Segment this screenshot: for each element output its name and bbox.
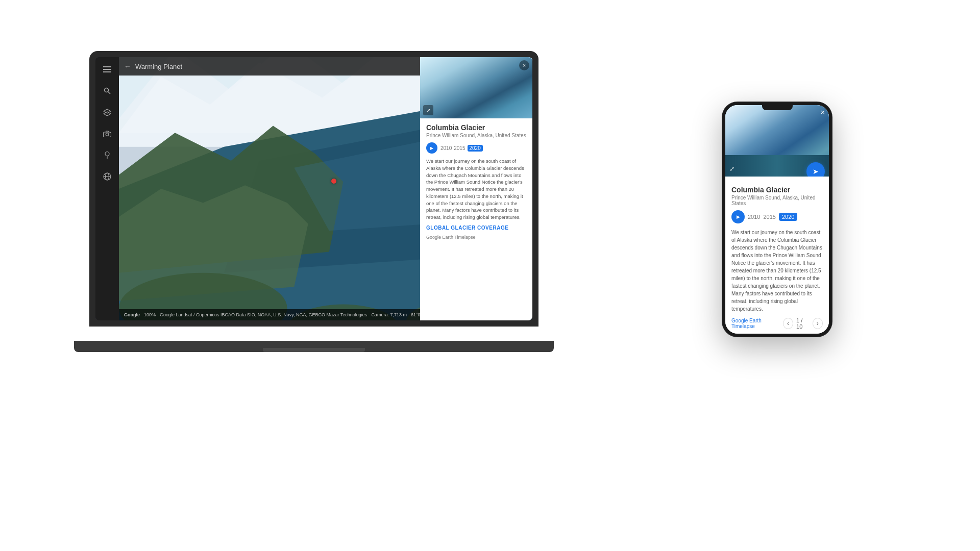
svg-marker-5 bbox=[104, 109, 111, 113]
svg-line-37 bbox=[430, 62, 451, 80]
timeline-years: 2010 2015 2020 bbox=[440, 145, 483, 152]
svg-line-38 bbox=[461, 60, 481, 83]
svg-marker-34 bbox=[420, 57, 532, 98]
phone-timeline-controls: ▶ 2010 2015 2020 bbox=[731, 210, 823, 223]
phone-share-button[interactable]: ➤ bbox=[806, 162, 825, 177]
page-indicator: 1 / 10 bbox=[796, 317, 809, 330]
phone-device: × ⤢ ➤ Columbia Glacier Prince William So… bbox=[722, 102, 832, 337]
google-logo: Google bbox=[124, 312, 140, 317]
sidebar-camera-icon[interactable] bbox=[101, 128, 113, 140]
svg-marker-6 bbox=[104, 112, 111, 116]
svg-rect-42 bbox=[725, 115, 829, 156]
panel-image: × ⤢ bbox=[420, 57, 532, 118]
panel-expand-button[interactable]: ⤢ bbox=[423, 105, 433, 115]
laptop-device: ← Warming Planet ⋮ bbox=[89, 51, 538, 352]
glacier-coverage-link[interactable]: GLOBAL GLACIER COVERAGE bbox=[426, 225, 526, 231]
glacier-image bbox=[420, 57, 532, 118]
phone-expand-button[interactable]: ⤢ bbox=[729, 165, 734, 172]
svg-line-39 bbox=[497, 65, 517, 85]
laptop-base bbox=[74, 341, 554, 352]
sidebar-search-icon[interactable] bbox=[101, 85, 113, 97]
svg-point-9 bbox=[105, 152, 109, 156]
app-sidebar bbox=[95, 57, 119, 320]
svg-point-51 bbox=[791, 161, 803, 166]
back-button[interactable]: ← bbox=[124, 62, 131, 70]
panel-content: Columbia Glacier Prince William Sound, A… bbox=[420, 118, 532, 320]
phone-close-button[interactable]: × bbox=[821, 108, 825, 116]
svg-line-47 bbox=[797, 115, 804, 146]
phone-year-2010[interactable]: 2010 bbox=[748, 214, 760, 220]
camera-info: Camera: 7,713 m bbox=[371, 312, 407, 317]
svg-point-8 bbox=[106, 133, 109, 136]
svg-rect-1 bbox=[103, 69, 111, 70]
attribution-text: Google Landsat / Copernicus IBCAO Data S… bbox=[160, 312, 367, 317]
phone-timelapse-link[interactable]: Google Earth Timelapse bbox=[731, 318, 783, 329]
svg-line-4 bbox=[108, 92, 111, 94]
svg-rect-0 bbox=[103, 66, 111, 67]
phone-year-2015[interactable]: 2015 bbox=[763, 214, 775, 220]
panel-close-button[interactable]: × bbox=[519, 60, 529, 70]
sidebar-globe-icon[interactable] bbox=[101, 170, 113, 183]
phone-pagination: ‹ 1 / 10 › bbox=[783, 317, 823, 330]
svg-rect-32 bbox=[420, 57, 532, 118]
sidebar-pin-icon[interactable] bbox=[101, 149, 113, 161]
svg-rect-36 bbox=[420, 95, 532, 118]
detail-panel: × ⤢ Columbia Glacier Prince William Soun… bbox=[420, 57, 532, 320]
timeline-controls: ▶ 2010 2015 2020 bbox=[426, 142, 526, 154]
phone-content: Columbia Glacier Prince William Sound, A… bbox=[725, 177, 829, 313]
phone-play-button[interactable]: ▶ bbox=[731, 210, 745, 223]
play-button[interactable]: ▶ bbox=[426, 142, 437, 154]
phone-footer: Google Earth Timelapse ‹ 1 / 10 › bbox=[725, 313, 829, 334]
earth-map-view[interactable]: ← Warming Planet ⋮ bbox=[119, 57, 532, 320]
svg-rect-33 bbox=[420, 57, 532, 93]
svg-marker-35 bbox=[420, 57, 532, 70]
year-2015[interactable]: 2015 bbox=[454, 145, 465, 151]
svg-point-50 bbox=[742, 155, 760, 163]
panel-subtitle: Prince William Sound, Alaska, United Sta… bbox=[426, 133, 526, 138]
phone-screen: × ⤢ ➤ Columbia Glacier Prince William So… bbox=[725, 105, 829, 334]
svg-marker-43 bbox=[725, 105, 829, 151]
laptop-body: ← Warming Planet ⋮ bbox=[89, 51, 538, 327]
svg-point-3 bbox=[105, 88, 109, 92]
svg-point-52 bbox=[767, 164, 775, 168]
panel-description: We start our journey on the south coast … bbox=[426, 158, 526, 221]
location-pin bbox=[331, 179, 336, 184]
svg-line-46 bbox=[766, 110, 776, 143]
prev-page-button[interactable]: ‹ bbox=[783, 318, 793, 329]
phone-title: Columbia Glacier bbox=[731, 186, 823, 194]
sidebar-menu-icon[interactable] bbox=[101, 63, 113, 76]
svg-rect-2 bbox=[103, 71, 111, 72]
panel-title: Columbia Glacier bbox=[426, 123, 526, 132]
laptop-screen: ← Warming Planet ⋮ bbox=[95, 57, 532, 320]
year-2010[interactable]: 2010 bbox=[440, 145, 452, 151]
phone-subtitle: Prince William Sound, Alaska, United Sta… bbox=[731, 195, 823, 206]
year-2020[interactable]: 2020 bbox=[468, 145, 483, 152]
phone-notch bbox=[762, 105, 793, 110]
timelapse-label[interactable]: Google Earth Timelapse bbox=[426, 235, 526, 240]
phone-glacier-image: × ⤢ ➤ bbox=[725, 105, 829, 177]
sidebar-layers-icon[interactable] bbox=[101, 106, 113, 118]
zoom-level: 100% bbox=[144, 312, 156, 317]
phone-description: We start our journey on the south coast … bbox=[731, 229, 823, 313]
project-title: Warming Planet bbox=[135, 63, 182, 70]
svg-line-45 bbox=[741, 113, 751, 141]
svg-line-48 bbox=[812, 109, 820, 138]
next-page-button[interactable]: › bbox=[813, 318, 823, 329]
phone-year-2020[interactable]: 2020 bbox=[779, 213, 797, 221]
